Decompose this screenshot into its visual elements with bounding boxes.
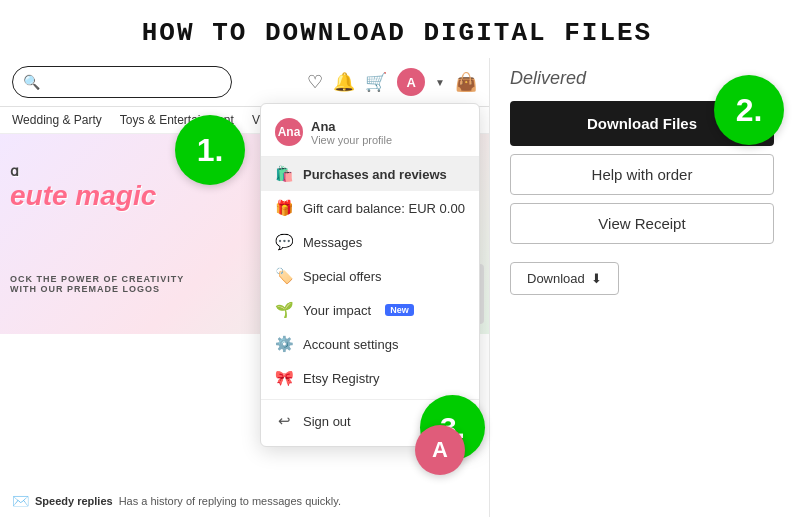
speedy-replies-bar: ✉️ Speedy replies Has a history of reply…: [0, 485, 489, 517]
gift-card-label: Gift card balance: EUR 0.00: [303, 201, 465, 216]
gift-card-icon: 🎁: [275, 199, 293, 217]
dropdown-special-offers[interactable]: 🏷️ Special offers: [261, 259, 479, 293]
special-offers-label: Special offers: [303, 269, 382, 284]
hero-sub-text: OCK THE POWER OF CREATIVITYWITH OUR PREM…: [10, 274, 184, 294]
dropdown-subtitle: View your profile: [311, 134, 392, 146]
email-icon: ✉️: [12, 493, 29, 509]
purchases-icon: 🛍️: [275, 165, 293, 183]
avatar-a-circle: A: [415, 425, 465, 475]
nav-icons: ♡ 🔔 🛒 A ▼ 👜: [307, 68, 477, 96]
cat-wedding[interactable]: Wedding & Party: [12, 113, 102, 127]
search-icon: 🔍: [23, 74, 40, 90]
step-1-circle: 1.: [175, 115, 245, 185]
nav-bar: 🔍 ♡ 🔔 🛒 A ▼ 👜: [0, 58, 489, 107]
sign-out-icon: ↩: [275, 412, 293, 430]
dropdown-header: Ana Ana View your profile: [261, 112, 479, 157]
download-label: Download: [527, 271, 585, 286]
search-bar[interactable]: 🔍: [12, 66, 232, 98]
new-badge: New: [385, 304, 414, 316]
messages-icon: 💬: [275, 233, 293, 251]
impact-icon: 🌱: [275, 301, 293, 319]
dropdown-gift-card[interactable]: 🎁 Gift card balance: EUR 0.00: [261, 191, 479, 225]
view-receipt-button[interactable]: View Receipt: [510, 203, 774, 244]
bell-icon[interactable]: 🔔: [333, 71, 355, 93]
bag-icon[interactable]: 👜: [455, 71, 477, 93]
speedy-text: Has a history of replying to messages qu…: [119, 495, 341, 507]
dropdown-etsy-registry[interactable]: 🎀 Etsy Registry: [261, 361, 479, 395]
speedy-badge: Speedy replies: [35, 495, 113, 507]
dropdown-username: Ana: [311, 119, 392, 134]
heart-icon[interactable]: ♡: [307, 71, 323, 93]
dropdown-messages[interactable]: 💬 Messages: [261, 225, 479, 259]
account-settings-label: Account settings: [303, 337, 398, 352]
user-avatar[interactable]: A: [397, 68, 425, 96]
page-title: HOW TO DOWNLOAD DIGITAL FILES: [0, 0, 794, 58]
download-button[interactable]: Download ⬇: [510, 262, 619, 295]
dropdown-account-settings[interactable]: ⚙️ Account settings: [261, 327, 479, 361]
avatar-dropdown-arrow[interactable]: ▼: [435, 77, 445, 88]
step-2-circle: 2.: [714, 75, 784, 145]
hero-main-text: ɑ eute magic: [10, 164, 156, 212]
cart-icon[interactable]: 🛒: [365, 71, 387, 93]
help-with-order-button[interactable]: Help with order: [510, 154, 774, 195]
sign-out-label: Sign out: [303, 414, 351, 429]
purchases-label: Purchases and reviews: [303, 167, 447, 182]
dropdown-impact[interactable]: 🌱 Your impact New: [261, 293, 479, 327]
registry-icon: 🎀: [275, 369, 293, 387]
dropdown-purchases[interactable]: 🛍️ Purchases and reviews: [261, 157, 479, 191]
dropdown-avatar: Ana: [275, 118, 303, 146]
download-icon: ⬇: [591, 271, 602, 286]
settings-icon: ⚙️: [275, 335, 293, 353]
impact-label: Your impact: [303, 303, 371, 318]
messages-label: Messages: [303, 235, 362, 250]
special-offers-icon: 🏷️: [275, 267, 293, 285]
etsy-registry-label: Etsy Registry: [303, 371, 380, 386]
main-content: 🔍 ♡ 🔔 🛒 A ▼ 👜 Wedding & Party Toys & Ent…: [0, 58, 794, 517]
